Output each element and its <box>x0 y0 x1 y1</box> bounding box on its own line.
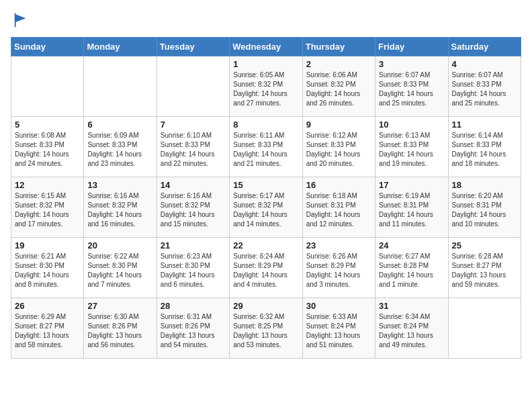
day-number: 5 <box>15 120 80 130</box>
day-number: 27 <box>87 301 152 311</box>
day-info: Sunrise: 6:23 AM Sunset: 8:30 PM Dayligh… <box>161 252 226 289</box>
day-number: 11 <box>452 120 517 130</box>
day-info: Sunrise: 6:11 AM Sunset: 8:33 PM Dayligh… <box>233 131 298 169</box>
calendar-week-row: 19Sunrise: 6:21 AM Sunset: 8:30 PM Dayli… <box>11 237 521 298</box>
day-number: 20 <box>87 240 152 250</box>
day-of-week-header: Monday <box>84 37 157 56</box>
calendar-week-row: 26Sunrise: 6:29 AM Sunset: 8:27 PM Dayli… <box>11 298 521 358</box>
day-info: Sunrise: 6:16 AM Sunset: 8:32 PM Dayligh… <box>161 191 226 229</box>
day-info: Sunrise: 6:18 AM Sunset: 8:31 PM Dayligh… <box>306 191 371 229</box>
day-number: 16 <box>306 180 371 190</box>
calendar-cell: 6Sunrise: 6:09 AM Sunset: 8:33 PM Daylig… <box>84 116 157 177</box>
calendar-header-row: SundayMondayTuesdayWednesdayThursdayFrid… <box>11 37 521 56</box>
calendar-cell: 31Sunrise: 6:34 AM Sunset: 8:24 PM Dayli… <box>375 298 448 358</box>
day-info: Sunrise: 6:06 AM Sunset: 8:32 PM Dayligh… <box>306 71 371 108</box>
calendar-cell: 14Sunrise: 6:16 AM Sunset: 8:32 PM Dayli… <box>157 177 229 237</box>
calendar-cell <box>84 56 157 116</box>
day-info: Sunrise: 6:14 AM Sunset: 8:33 PM Dayligh… <box>452 131 517 169</box>
svg-marker-0 <box>15 13 26 28</box>
calendar-cell: 12Sunrise: 6:15 AM Sunset: 8:32 PM Dayli… <box>11 177 84 237</box>
calendar-cell: 1Sunrise: 6:05 AM Sunset: 8:32 PM Daylig… <box>230 56 302 116</box>
day-number: 30 <box>306 301 371 311</box>
calendar-cell: 13Sunrise: 6:16 AM Sunset: 8:32 PM Dayli… <box>84 177 157 237</box>
day-number: 29 <box>233 301 298 311</box>
calendar-cell: 16Sunrise: 6:18 AM Sunset: 8:31 PM Dayli… <box>302 177 375 237</box>
day-number: 13 <box>87 180 152 190</box>
day-number: 15 <box>233 180 298 190</box>
calendar-cell: 24Sunrise: 6:27 AM Sunset: 8:28 PM Dayli… <box>375 237 448 298</box>
calendar-cell: 25Sunrise: 6:28 AM Sunset: 8:27 PM Dayli… <box>448 237 521 298</box>
day-info: Sunrise: 6:34 AM Sunset: 8:24 PM Dayligh… <box>379 312 444 350</box>
day-number: 7 <box>161 120 226 130</box>
day-number: 12 <box>15 180 80 190</box>
day-number: 31 <box>379 301 444 311</box>
calendar-table: SundayMondayTuesdayWednesdayThursdayFrid… <box>11 37 521 359</box>
calendar-cell: 28Sunrise: 6:31 AM Sunset: 8:26 PM Dayli… <box>157 298 229 358</box>
day-of-week-header: Thursday <box>302 37 375 56</box>
day-of-week-header: Wednesday <box>230 37 302 56</box>
day-info: Sunrise: 6:22 AM Sunset: 8:30 PM Dayligh… <box>87 252 152 289</box>
day-info: Sunrise: 6:12 AM Sunset: 8:33 PM Dayligh… <box>306 131 371 169</box>
day-of-week-header: Friday <box>375 37 448 56</box>
calendar-cell <box>448 298 521 358</box>
day-info: Sunrise: 6:07 AM Sunset: 8:33 PM Dayligh… <box>452 71 517 108</box>
day-info: Sunrise: 6:15 AM Sunset: 8:32 PM Dayligh… <box>15 191 80 229</box>
calendar-cell: 17Sunrise: 6:19 AM Sunset: 8:31 PM Dayli… <box>375 177 448 237</box>
calendar-cell: 26Sunrise: 6:29 AM Sunset: 8:27 PM Dayli… <box>11 298 84 358</box>
day-number: 8 <box>233 120 298 130</box>
day-number: 9 <box>306 120 371 130</box>
calendar-cell: 10Sunrise: 6:13 AM Sunset: 8:33 PM Dayli… <box>375 116 448 177</box>
page-header <box>11 11 521 30</box>
day-number: 19 <box>15 240 80 250</box>
calendar-cell: 8Sunrise: 6:11 AM Sunset: 8:33 PM Daylig… <box>230 116 302 177</box>
day-info: Sunrise: 6:27 AM Sunset: 8:28 PM Dayligh… <box>379 252 444 289</box>
day-info: Sunrise: 6:30 AM Sunset: 8:26 PM Dayligh… <box>87 312 152 350</box>
day-info: Sunrise: 6:08 AM Sunset: 8:33 PM Dayligh… <box>15 131 80 169</box>
day-of-week-header: Tuesday <box>157 37 229 56</box>
day-info: Sunrise: 6:13 AM Sunset: 8:33 PM Dayligh… <box>379 131 444 169</box>
day-info: Sunrise: 6:32 AM Sunset: 8:25 PM Dayligh… <box>233 312 298 350</box>
calendar-cell: 5Sunrise: 6:08 AM Sunset: 8:33 PM Daylig… <box>11 116 84 177</box>
logo <box>11 11 31 30</box>
day-info: Sunrise: 6:33 AM Sunset: 8:24 PM Dayligh… <box>306 312 371 350</box>
day-number: 14 <box>161 180 226 190</box>
calendar-cell: 19Sunrise: 6:21 AM Sunset: 8:30 PM Dayli… <box>11 237 84 298</box>
day-number: 18 <box>452 180 517 190</box>
calendar-cell: 22Sunrise: 6:24 AM Sunset: 8:29 PM Dayli… <box>230 237 302 298</box>
calendar-cell: 9Sunrise: 6:12 AM Sunset: 8:33 PM Daylig… <box>302 116 375 177</box>
calendar-week-row: 12Sunrise: 6:15 AM Sunset: 8:32 PM Dayli… <box>11 177 521 237</box>
day-of-week-header: Saturday <box>448 37 521 56</box>
day-info: Sunrise: 6:05 AM Sunset: 8:32 PM Dayligh… <box>233 71 298 108</box>
day-info: Sunrise: 6:19 AM Sunset: 8:31 PM Dayligh… <box>379 191 444 229</box>
day-number: 25 <box>452 240 517 250</box>
day-number: 6 <box>87 120 152 130</box>
calendar-cell: 18Sunrise: 6:20 AM Sunset: 8:31 PM Dayli… <box>448 177 521 237</box>
calendar-cell: 23Sunrise: 6:26 AM Sunset: 8:29 PM Dayli… <box>302 237 375 298</box>
calendar-cell: 30Sunrise: 6:33 AM Sunset: 8:24 PM Dayli… <box>302 298 375 358</box>
calendar-cell: 3Sunrise: 6:07 AM Sunset: 8:33 PM Daylig… <box>375 56 448 116</box>
day-info: Sunrise: 6:10 AM Sunset: 8:33 PM Dayligh… <box>161 131 226 169</box>
day-info: Sunrise: 6:31 AM Sunset: 8:26 PM Dayligh… <box>161 312 226 350</box>
day-number: 10 <box>379 120 444 130</box>
day-info: Sunrise: 6:26 AM Sunset: 8:29 PM Dayligh… <box>306 252 371 289</box>
day-info: Sunrise: 6:21 AM Sunset: 8:30 PM Dayligh… <box>15 252 80 289</box>
calendar-cell: 4Sunrise: 6:07 AM Sunset: 8:33 PM Daylig… <box>448 56 521 116</box>
day-info: Sunrise: 6:16 AM Sunset: 8:32 PM Dayligh… <box>87 191 152 229</box>
day-number: 26 <box>15 301 80 311</box>
day-info: Sunrise: 6:20 AM Sunset: 8:31 PM Dayligh… <box>452 191 517 229</box>
day-number: 2 <box>306 59 371 69</box>
day-info: Sunrise: 6:09 AM Sunset: 8:33 PM Dayligh… <box>87 131 152 169</box>
day-of-week-header: Sunday <box>11 37 84 56</box>
day-info: Sunrise: 6:29 AM Sunset: 8:27 PM Dayligh… <box>15 312 80 350</box>
calendar-week-row: 5Sunrise: 6:08 AM Sunset: 8:33 PM Daylig… <box>11 116 521 177</box>
logo-flag-icon <box>12 11 31 30</box>
day-info: Sunrise: 6:07 AM Sunset: 8:33 PM Dayligh… <box>379 71 444 108</box>
day-number: 4 <box>452 59 517 69</box>
day-number: 22 <box>233 240 298 250</box>
calendar-cell: 29Sunrise: 6:32 AM Sunset: 8:25 PM Dayli… <box>230 298 302 358</box>
day-number: 17 <box>379 180 444 190</box>
calendar-cell: 2Sunrise: 6:06 AM Sunset: 8:32 PM Daylig… <box>302 56 375 116</box>
day-number: 1 <box>233 59 298 69</box>
calendar-cell: 15Sunrise: 6:17 AM Sunset: 8:32 PM Dayli… <box>230 177 302 237</box>
day-number: 28 <box>161 301 226 311</box>
